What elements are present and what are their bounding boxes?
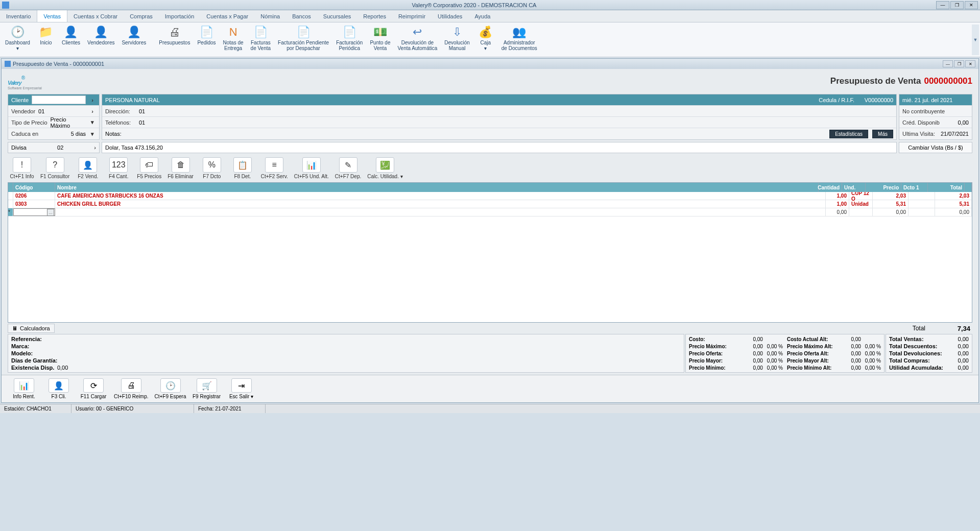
- menu-item-ventas[interactable]: Ventas: [37, 10, 67, 22]
- window-minimize-button[interactable]: —: [936, 1, 949, 9]
- menu-item-importación[interactable]: Importación: [159, 10, 200, 22]
- grid-body[interactable]: 0206CAFE AMERICANO STARBUCKS 16 ONZAS1,0…: [8, 192, 972, 322]
- divisa-lookup-button[interactable]: ›: [94, 144, 96, 151]
- ribbon-icon: 👥: [511, 25, 528, 40]
- notas-label: Notas:: [105, 131, 122, 137]
- telefonos-label: Teléfonos:: [105, 119, 136, 126]
- col-header-codigo[interactable]: Código: [13, 183, 55, 192]
- bottom-toolbar: 📊Info Rent.👤F3 Cli.⟳F11 Cargar🖨Ct+F10 Re…: [2, 375, 978, 402]
- bottom-f9-registrar[interactable]: 🛒F9 Registrar: [190, 377, 223, 400]
- grid-edit-row[interactable]: *…0,000,000,00: [8, 208, 972, 216]
- bottom-f3-cli-[interactable]: 👤F3 Cli.: [42, 377, 75, 400]
- ribbon-caja[interactable]: 💰Caja ▾: [474, 23, 497, 52]
- action-f4-cant-[interactable]: 123F4 Cant.: [104, 156, 133, 180]
- bottom-ct-f9-espera[interactable]: 🕑Ct+F9 Espera: [153, 377, 188, 400]
- cambiar-vista-button[interactable]: Cambiar Vista (Bs / $): [899, 142, 972, 153]
- menu-item-sucursales[interactable]: Sucursales: [317, 10, 357, 22]
- cliente-label: Cliente: [11, 97, 29, 103]
- child-minimize-button[interactable]: —: [943, 60, 953, 67]
- estadisticas-button[interactable]: Estadísticas: [829, 130, 868, 138]
- document-header: Valery® Software Empresarial Presupuesto…: [2, 69, 978, 93]
- action-f8-det-[interactable]: 📋F8 Det.: [228, 156, 257, 180]
- menu-item-reimprimir[interactable]: Reimprimir: [392, 10, 432, 22]
- cliente-lookup-button[interactable]: ›: [89, 97, 96, 103]
- action-ct-f1-info[interactable]: !Ct+F1 Info: [8, 156, 36, 180]
- grid-row[interactable]: 0206CAFE AMERICANO STARBUCKS 16 ONZAS1,0…: [8, 192, 972, 200]
- window-maximize-button[interactable]: ❐: [950, 1, 964, 9]
- ribbon-punto-de[interactable]: 💵Punto de Venta: [367, 23, 393, 52]
- child-maximize-button[interactable]: ❐: [954, 60, 964, 67]
- col-header-nombre[interactable]: Nombre: [55, 183, 819, 192]
- cedula-value: V00000000: [857, 97, 893, 103]
- col-header-dcto[interactable]: Dcto 1: [901, 183, 928, 192]
- action-icon: 📊: [302, 157, 321, 173]
- cliente-input[interactable]: 01: [32, 95, 86, 104]
- col-header-total[interactable]: Total: [928, 183, 965, 192]
- action-f7-dcto[interactable]: %F7 Dcto: [198, 156, 226, 180]
- caduca-dropdown[interactable]: ▾: [89, 131, 96, 137]
- bottom-label: F11 Cargar: [81, 394, 107, 399]
- action-f1-consultor[interactable]: ?F1 Consultor: [38, 156, 71, 180]
- ribbon-presupuestos[interactable]: 🖨Presupuestos: [156, 23, 193, 46]
- menu-item-cuentas-x-pagar[interactable]: Cuentas x Pagar: [200, 10, 254, 22]
- ribbon-notas-de[interactable]: NNotas de Entrega: [220, 23, 247, 52]
- action-ct-f7-dep-[interactable]: ✎Ct+F7 Dep.: [333, 156, 363, 180]
- ribbon-facturaci-n[interactable]: 📄Facturación Periódica: [333, 23, 366, 52]
- action-ct-f5-und-alt-[interactable]: 📊Ct+F5 Und. Alt.: [292, 156, 331, 180]
- bottom-info-rent-[interactable]: 📊Info Rent.: [8, 377, 40, 400]
- action-f5-precios[interactable]: 🏷F5 Precios: [135, 156, 163, 180]
- menu-item-bancos[interactable]: Bancos: [286, 10, 317, 22]
- document-title: Presupuesto de Venta: [830, 76, 921, 86]
- grid-row[interactable]: 0303CHICKEN GRILL BURGER1,00Unidad5,315,…: [8, 200, 972, 208]
- ribbon-dashboard[interactable]: 🕑Dashboard ▾: [2, 23, 33, 52]
- menu-item-inventario[interactable]: Inventario: [0, 10, 37, 22]
- tipo-persona: PERSONA NATURAL: [105, 97, 160, 103]
- ribbon-label: Caja ▾: [480, 40, 491, 51]
- window-close-button[interactable]: ✕: [965, 1, 978, 9]
- action-icon: 💹: [376, 157, 394, 173]
- ribbon-devoluci-n-de[interactable]: ↩Devolución de Venta Automática: [394, 23, 440, 52]
- divisa-description: Dolar, Tasa 473.156,20: [105, 144, 163, 151]
- ribbon-vendedores[interactable]: 👤Vendedores: [84, 23, 117, 46]
- action-label: F6 Eliminar: [168, 174, 194, 179]
- ribbon-clientes[interactable]: 👤Clientes: [59, 23, 83, 46]
- ultima-visita-label: Ultima Visita:: [902, 131, 935, 137]
- action-ct-f2-serv-[interactable]: ≡Ct+F2 Serv.: [259, 156, 290, 180]
- col-header-und[interactable]: Und.: [842, 183, 866, 192]
- menu-item-compras[interactable]: Compras: [124, 10, 159, 22]
- ribbon-inicio[interactable]: 📁Inicio: [34, 23, 58, 46]
- bottom-esc-salir-[interactable]: ⇥Esc Salir ▾: [225, 377, 258, 400]
- vendedor-lookup-button[interactable]: ›: [89, 108, 96, 114]
- item-lookup-button[interactable]: …: [47, 209, 54, 216]
- bottom-ct-f10-reimp-[interactable]: 🖨Ct+F10 Reimp.: [112, 377, 151, 400]
- menu-item-cuentas-x-cobrar[interactable]: Cuentas x Cobrar: [67, 10, 124, 22]
- ribbon-pedidos[interactable]: 📄Pedidos: [194, 23, 219, 46]
- ribbon-scroll-right[interactable]: ▼: [972, 25, 979, 55]
- col-header-precio[interactable]: Precio: [866, 183, 901, 192]
- menu-item-utilidades[interactable]: Utilidades: [432, 10, 468, 22]
- tipo-precio-dropdown[interactable]: ▾: [89, 119, 96, 126]
- ribbon-devoluci-n[interactable]: ⇩Devolución Manual: [441, 23, 472, 52]
- menu-item-nómina[interactable]: Nómina: [254, 10, 286, 22]
- ribbon-facturaci-n-pendiente[interactable]: 📄Facturación Pendiente por Despachar: [275, 23, 332, 52]
- ribbon-label: Notas de Entrega: [223, 40, 244, 51]
- ribbon-servidores[interactable]: 👤Servidores: [118, 23, 149, 46]
- ribbon-label: Facturación Periódica: [336, 40, 363, 51]
- mas-button[interactable]: Más: [872, 130, 893, 138]
- action-f2-vend-[interactable]: 👤F2 Vend.: [74, 156, 102, 180]
- ribbon-administrador[interactable]: 👥Administrador de Documentos: [498, 23, 540, 52]
- action-f6-eliminar[interactable]: 🗑F6 Eliminar: [165, 156, 196, 180]
- child-window-icon: [5, 61, 11, 67]
- menu-item-ayuda[interactable]: Ayuda: [468, 10, 496, 22]
- menu-item-reportes[interactable]: Reportes: [357, 10, 392, 22]
- col-header-cantidad[interactable]: Cantidad: [819, 183, 842, 192]
- action-calc-utilidad-[interactable]: 💹Calc. Utilidad. ▾: [365, 156, 404, 180]
- ribbon-facturas[interactable]: 📄Facturas de Venta: [248, 23, 274, 52]
- child-close-button[interactable]: ✕: [965, 60, 975, 67]
- calculadora-button[interactable]: 🖩 Calculadora: [8, 324, 55, 333]
- bottom-icon: 📊: [14, 378, 34, 393]
- app-icon: [2, 2, 9, 9]
- ribbon-label: Devolución de Venta Automática: [397, 40, 437, 51]
- bottom-f11-cargar[interactable]: ⟳F11 Cargar: [77, 377, 110, 400]
- ribbon-label: Punto de Venta: [370, 40, 390, 51]
